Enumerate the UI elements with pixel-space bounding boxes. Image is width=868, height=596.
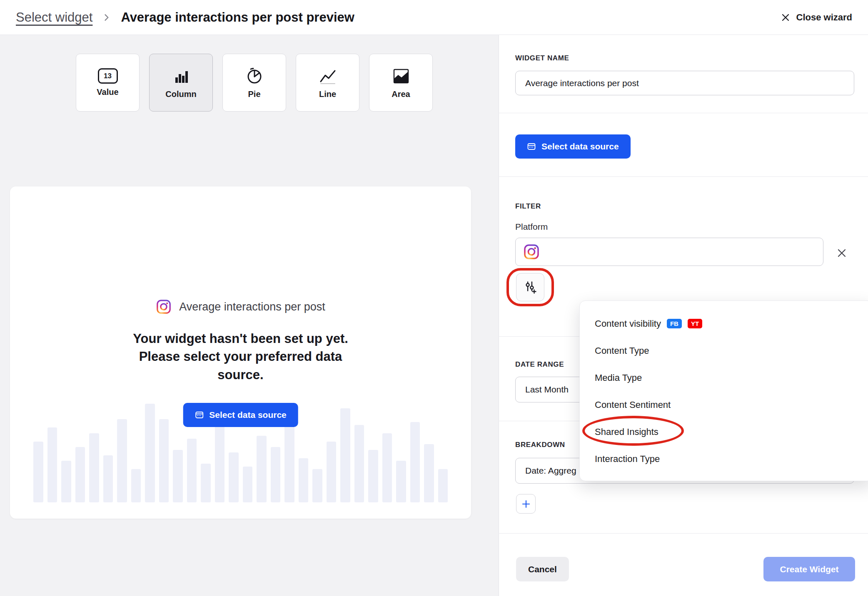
facebook-badge: FB: [667, 319, 682, 328]
widget-type-line[interactable]: Line: [296, 54, 359, 112]
page-title: Average interactions per post preview: [121, 10, 354, 25]
data-source-icon: [195, 410, 204, 420]
menu-item-label: Media Type: [595, 372, 642, 383]
placeholder-bar: [382, 433, 392, 502]
menu-item-shared-insights[interactable]: Shared Insights: [580, 418, 868, 445]
remove-platform-filter-button[interactable]: [836, 247, 848, 259]
widget-type-pie[interactable]: Pie: [222, 54, 286, 112]
placeholder-bar: [438, 469, 448, 502]
filter-sliders-plus-icon: [523, 280, 537, 294]
placeholder-bar: [284, 422, 294, 502]
select-data-source-button[interactable]: Select data source: [515, 134, 631, 159]
column-chart-icon: [172, 67, 191, 86]
divider: [499, 113, 868, 113]
filter-section-label: FILTER: [515, 202, 541, 211]
instagram-icon: [523, 243, 540, 260]
placeholder-bar: [103, 455, 113, 502]
preview-source-title: Average interactions per post: [179, 300, 325, 313]
widget-type-label: Pie: [248, 89, 260, 99]
breadcrumb-chevron-icon: [102, 13, 111, 22]
menu-item-label: Content Sentiment: [595, 400, 671, 410]
menu-item-content-type[interactable]: Content Type: [580, 337, 868, 364]
widget-type-label: Area: [392, 89, 410, 99]
add-filter-button[interactable]: [516, 273, 544, 301]
placeholder-bar: [61, 461, 71, 502]
widget-preview-card: Average interactions per post Your widge…: [10, 186, 471, 519]
menu-item-media-type[interactable]: Media Type: [580, 364, 868, 391]
select-data-source-button[interactable]: Select data source: [183, 403, 298, 427]
placeholder-bar: [173, 450, 183, 502]
platform-filter-input[interactable]: [515, 238, 823, 266]
date-range-value: Last Month: [525, 385, 569, 395]
breakdown-label: BREAKDOWN: [515, 441, 565, 449]
widget-type-label: Line: [319, 89, 336, 99]
wizard-header: Select widget Average interactions per p…: [0, 0, 868, 35]
select-data-source-label: Select data source: [209, 410, 287, 420]
close-wizard-button[interactable]: Close wizard: [781, 12, 852, 23]
menu-item-label: Content visibility: [595, 318, 661, 329]
placeholder-bar: [89, 433, 99, 502]
placeholder-bar: [229, 452, 239, 502]
pie-chart-icon: [245, 67, 264, 86]
widget-type-column[interactable]: Column: [149, 54, 213, 112]
placeholder-bar: [271, 447, 281, 502]
placeholder-bar: [396, 461, 406, 502]
widget-name-label: WIDGET NAME: [515, 54, 569, 62]
create-widget-button[interactable]: Create Widget: [763, 557, 855, 581]
placeholder-bar: [131, 469, 141, 502]
menu-item-content-sentiment[interactable]: Content Sentiment: [580, 391, 868, 418]
placeholder-bar: [187, 439, 197, 502]
placeholder-bar: [201, 464, 211, 502]
instagram-icon: [156, 299, 172, 315]
menu-item-label: Shared Insights: [595, 427, 658, 437]
placeholder-bar: [368, 450, 378, 502]
widget-type-value[interactable]: 13 Value: [76, 54, 140, 112]
placeholder-bar: [159, 419, 169, 502]
value-13-icon: 13: [98, 68, 118, 84]
placeholder-bar: [47, 427, 57, 502]
widget-type-area[interactable]: Area: [369, 54, 433, 112]
divider: [499, 533, 868, 534]
add-filter-menu: Content visibility FB YT Content Type Me…: [579, 300, 868, 481]
preview-source-row: Average interactions per post: [10, 299, 471, 315]
close-icon: [836, 247, 848, 259]
data-source-icon: [527, 142, 536, 151]
cancel-button[interactable]: Cancel: [516, 557, 569, 581]
placeholder-bar: [354, 425, 364, 502]
placeholder-bar: [257, 436, 267, 502]
placeholder-bar: [75, 447, 85, 502]
plus-icon: [521, 499, 531, 509]
divider: [499, 176, 868, 177]
close-icon: [781, 12, 791, 22]
menu-item-label: Content Type: [595, 345, 649, 356]
placeholder-bar: [312, 469, 322, 502]
placeholder-bar: [340, 408, 350, 502]
placeholder-bar: [117, 419, 127, 502]
placeholder-bar: [33, 442, 43, 502]
platform-filter-label: Platform: [515, 222, 548, 232]
widget-type-selector: 13 Value Column Pie Line Area: [76, 54, 433, 112]
area-chart-icon: [392, 67, 411, 86]
placeholder-bar: [215, 425, 225, 502]
placeholder-bar: [145, 404, 155, 502]
placeholder-bar: [243, 467, 253, 502]
close-wizard-label: Close wizard: [796, 12, 852, 23]
select-data-source-label: Select data source: [541, 142, 619, 151]
preview-empty-message: Your widget hasn't been set up yet. Plea…: [116, 330, 366, 384]
widget-type-label: Value: [97, 87, 118, 97]
breakdown-value: Date: Aggreg: [525, 466, 576, 476]
youtube-badge: YT: [688, 319, 702, 328]
placeholder-bar: [410, 422, 420, 502]
widget-type-label: Column: [165, 89, 196, 99]
placeholder-bar: [424, 444, 434, 502]
add-breakdown-button[interactable]: [516, 494, 536, 514]
placeholder-bar: [299, 458, 309, 502]
menu-item-label: Interaction Type: [595, 454, 660, 464]
date-range-label: DATE RANGE: [515, 360, 564, 369]
widget-name-input[interactable]: [515, 71, 854, 95]
menu-item-content-visibility[interactable]: Content visibility FB YT: [580, 310, 868, 337]
menu-item-interaction-type[interactable]: Interaction Type: [580, 445, 868, 472]
breadcrumb-select-widget[interactable]: Select widget: [16, 10, 92, 25]
placeholder-bar: [327, 442, 337, 502]
line-chart-icon: [318, 67, 337, 86]
